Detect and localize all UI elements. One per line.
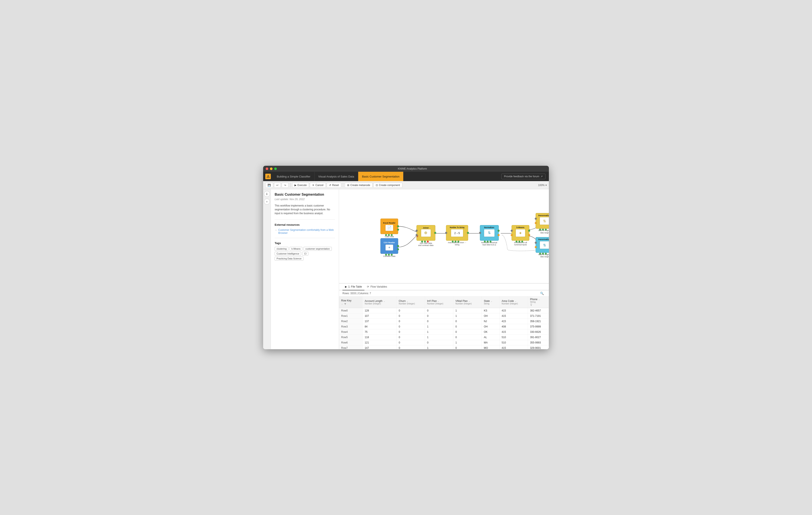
svg-text:k-Means: k-Means: [517, 226, 524, 228]
table-cell: 0: [425, 319, 453, 324]
node-denormalizer-1[interactable]: Denormalizer ⇅ Back to original data ran…: [535, 213, 549, 234]
external-resources-heading: External resources: [274, 223, 335, 226]
sort-icon-area[interactable]: ⌄: [515, 300, 517, 302]
execute-button[interactable]: ▶ Execute: [292, 183, 309, 188]
sort-intl-plan[interactable]: Int'l Plan ⌄: [427, 300, 439, 302]
sort-icon-intl[interactable]: ⌄: [438, 300, 439, 302]
sort-vmail-plan[interactable]: VMail Plan ⌄: [456, 300, 470, 302]
svg-text:Excel Reader: Excel Reader: [383, 222, 396, 224]
col-header-churn: Churn ⌄ Number (Integer): [397, 297, 425, 308]
sort-icon[interactable]: ⌄: [341, 302, 343, 305]
table-cell: MO: [482, 345, 499, 349]
table-cell: 0: [397, 314, 425, 319]
redo-button[interactable]: ↪: [282, 183, 289, 188]
filter-table-icon[interactable]: ⊽: [530, 303, 532, 306]
table-row: Row1107001OH415371-7191: [339, 314, 549, 319]
sort-account-length[interactable]: Account Length ⌄: [365, 300, 385, 302]
svg-point-86: [539, 229, 541, 231]
minimize-button[interactable]: [270, 167, 272, 170]
toolbar: 💾 ↩ ↪ ▶ Execute ✕ Cancel ↺ Reset ⊞ Creat…: [263, 181, 549, 189]
add-icon-button[interactable]: +: [264, 199, 270, 205]
svg-text:String: String: [455, 244, 460, 246]
close-button[interactable]: [266, 167, 268, 170]
main-area: ℹ + Basic Customer Segmentation Last upd…: [263, 189, 549, 349]
tab-flow-variables[interactable]: ⟳ Flow Variables: [365, 283, 389, 290]
tag-customer-intelligence[interactable]: Customer Intelligence: [274, 252, 301, 255]
save-button[interactable]: 💾: [265, 183, 273, 188]
tag-kmeans[interactable]: k-Means: [290, 247, 302, 251]
table-cell: 382-4657: [528, 308, 549, 314]
sort-area-code[interactable]: Area Code ⌄: [502, 300, 517, 302]
undo-button[interactable]: ↩: [274, 183, 281, 188]
table-cell: Row5: [339, 335, 362, 340]
sort-phone[interactable]: Phone ⌄: [530, 298, 540, 301]
col-header-state: State ⌄ String: [482, 297, 499, 308]
bottom-panel: ▶ 1: File Table ⟳ Flow Variables Rows: 3…: [339, 283, 549, 349]
table-cell: 391-8027: [528, 335, 549, 340]
create-metanode-button[interactable]: ⊞ Create metanode: [345, 183, 373, 188]
svg-text:⇅: ⇅: [543, 243, 546, 247]
node-denormalizer-2[interactable]: Denormalizer ⇅ Back to original data ran…: [535, 237, 549, 258]
tags-heading: Tags: [274, 242, 335, 245]
tab-visual-analysis[interactable]: Visual Analysis of Sales Data: [315, 172, 358, 181]
search-table-icon[interactable]: 🔍: [540, 292, 544, 295]
chevron-down-icon: ▾: [546, 184, 547, 187]
sort-icon-vmail[interactable]: ⌄: [468, 300, 470, 302]
maximize-button[interactable]: [274, 167, 277, 170]
data-table[interactable]: Row Key ⌄ ▼ Account Length ⌄: [339, 297, 549, 349]
svg-text:Denormalizer: Denormalizer: [538, 238, 549, 240]
table-cell: 107: [362, 314, 397, 319]
window-title: KNIME Analytics Platform: [279, 167, 546, 170]
svg-text:Join calls data: Join calls data: [419, 242, 432, 244]
sort-icon-phone[interactable]: ⌄: [538, 298, 540, 301]
feedback-button[interactable]: Provide feedback via the forum ↗: [501, 174, 546, 179]
svg-point-65: [535, 246, 536, 248]
sort-icon-state[interactable]: ⌄: [491, 300, 492, 302]
workflow-canvas[interactable]: Excel Reader 📄 Calls Data CSV Reader +: [339, 189, 549, 283]
svg-text:and contract data: and contract data: [418, 244, 434, 246]
reset-button[interactable]: ↺ Reset: [327, 183, 341, 188]
sort-icon-churn[interactable]: ⌄: [406, 300, 408, 302]
table-cell: Row0: [339, 308, 362, 314]
node-normalizer[interactable]: Normalizer ⇅ Normalize numerical input d…: [479, 225, 499, 246]
tag-ci[interactable]: CI: [302, 252, 308, 255]
table-cell: 0: [397, 319, 425, 324]
external-link-icon: ↗: [541, 175, 543, 178]
table-cell: 1: [425, 329, 453, 335]
info-icon-button[interactable]: ℹ: [264, 191, 270, 197]
table-cell: 510: [499, 335, 528, 340]
sidebar-panel: Basic Customer Segmentation Last update:…: [271, 189, 339, 349]
node-kmeans[interactable]: k-Means ✶ 10 clusters on all numerical i…: [511, 225, 530, 246]
cancel-button[interactable]: ✕ Cancel: [310, 183, 326, 188]
table-header-actions: 🔍: [540, 292, 546, 295]
table-cell: Row2: [339, 319, 362, 324]
table-cell: 329-9001: [528, 345, 549, 349]
tag-practicing-data-science[interactable]: Practicing Data Science: [274, 256, 303, 261]
filter-icon[interactable]: ▼: [344, 302, 347, 305]
col-header-phone: Phone ⌄ String ⊽: [528, 297, 549, 308]
table-cell: Row1: [339, 314, 362, 319]
table-cell: 0: [453, 324, 482, 329]
table-cell: 330-6626: [528, 329, 549, 335]
tag-clustering[interactable]: clustering: [274, 247, 289, 251]
create-component-button[interactable]: ⊡ Create component: [373, 183, 402, 188]
sort-icon-al[interactable]: ⌄: [383, 300, 385, 302]
node-joiner[interactable]: Joiner ⊕ ✗ Join calls data and contract …: [416, 225, 436, 246]
tab-basic-customer-segmentation[interactable]: Basic Customer Segmentation: [358, 172, 404, 181]
table-cell: 0: [425, 314, 453, 319]
svg-point-76: [427, 241, 429, 243]
node-number-to-string[interactable]: Number To String 2→5 Area code and churn…: [445, 225, 469, 246]
sort-rowkey[interactable]: ⌄ ▼: [341, 302, 347, 305]
tabbar: ⚠ Building a Simple Classifier Visual An…: [263, 172, 549, 181]
tag-customer-segmentation[interactable]: customer segmentation: [303, 247, 331, 251]
table-cell: 358-1921: [528, 319, 549, 324]
external-resource-link[interactable]: → Customer Segmentation comfortably from…: [274, 228, 335, 235]
tab-file-table[interactable]: ▶ 1: File Table: [343, 283, 365, 290]
table-cell: 0: [397, 345, 425, 349]
sort-churn[interactable]: Churn ⌄: [399, 300, 408, 302]
table-cell: 0: [397, 335, 425, 340]
svg-text:📄: 📄: [387, 225, 392, 230]
svg-text:✶: ✶: [519, 231, 522, 235]
tab-building-simple-classifier[interactable]: Building a Simple Classifier: [273, 172, 315, 181]
sort-state[interactable]: State ⌄: [484, 300, 492, 302]
